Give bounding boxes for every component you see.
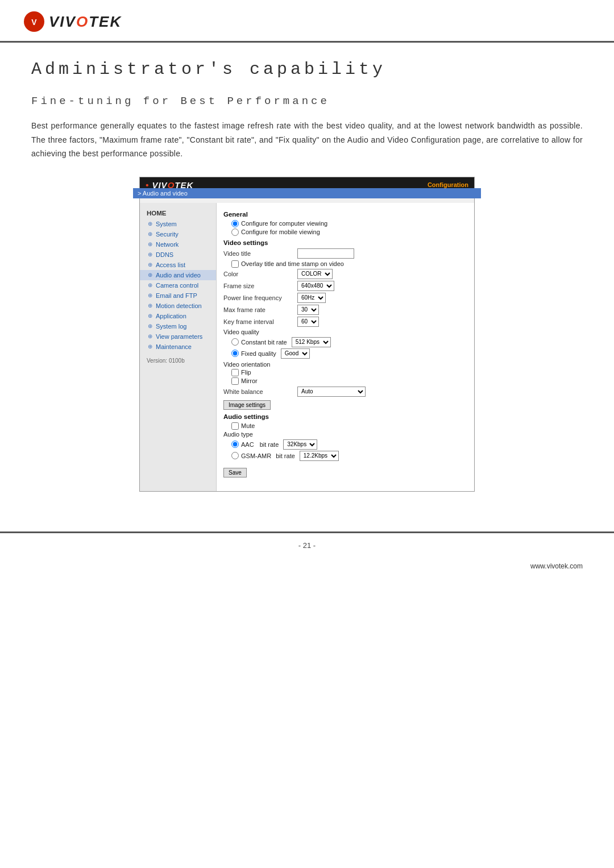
- vivotek-logo-icon: V: [23, 10, 45, 33]
- key-frame-row: Key frame interval 60: [223, 317, 467, 327]
- video-title-input[interactable]: [297, 248, 354, 259]
- overlay-checkbox[interactable]: [231, 260, 239, 268]
- sidebar-item-maintenance[interactable]: ⊕ Maintenance: [140, 342, 216, 352]
- sidebar-item-system[interactable]: ⊕ System: [140, 219, 216, 229]
- mirror-checkbox[interactable]: [231, 377, 239, 385]
- color-label: Color: [223, 271, 297, 277]
- sidebar-item-label: View parameters: [156, 333, 202, 340]
- gsm-bit-rate-label: bit rate: [276, 452, 295, 459]
- flip-checkbox[interactable]: [231, 369, 239, 376]
- sidebar-item-camera[interactable]: ⊕ Camera control: [140, 280, 216, 290]
- ui-screenshot-panel: • VIVOTEK Configuration > Audio and vide…: [139, 177, 475, 492]
- sidebar-item-view-params[interactable]: ⊕ View parameters: [140, 331, 216, 342]
- power-freq-select[interactable]: 60Hz: [297, 293, 326, 303]
- page-number: - 21 -: [298, 541, 316, 550]
- overlay-label: Overlay title and time stamp on video: [241, 260, 344, 267]
- aac-label: AAC: [241, 441, 254, 448]
- constant-bit-select[interactable]: 512 Kbps: [292, 337, 331, 347]
- max-frame-select[interactable]: 30: [297, 305, 319, 315]
- aac-bit-rate-label: bit rate: [260, 441, 279, 448]
- page-title: Administrator's capability: [31, 60, 583, 79]
- sidebar-item-label: Access list: [156, 261, 185, 268]
- sidebar-item-label: System log: [156, 323, 186, 330]
- color-select[interactable]: COLOR: [297, 269, 333, 279]
- description-text: Best performance generally equates to th…: [31, 119, 583, 161]
- sidebar-item-label: Application: [156, 313, 186, 319]
- bottom-bar: - 21 -: [0, 531, 614, 558]
- radio-computer-row: Configure for computer viewing: [223, 220, 467, 227]
- expand-icon: ⊕: [147, 313, 154, 319]
- sidebar-item-network[interactable]: ⊕ Network: [140, 239, 216, 250]
- sidebar-version: Version: 0100b: [140, 352, 216, 366]
- gsm-bit-rate-select[interactable]: 12.2Kbps: [300, 451, 339, 461]
- svg-text:V: V: [31, 18, 37, 27]
- mirror-label: Mirror: [241, 377, 258, 384]
- sidebar-item-motion[interactable]: ⊕ Motion detection: [140, 301, 216, 311]
- main-content: Administrator's capability Fine-tuning f…: [0, 43, 614, 509]
- video-title-row: Video title: [223, 248, 467, 259]
- expand-icon: ⊕: [147, 343, 154, 350]
- image-settings-button[interactable]: Image settings: [223, 400, 271, 410]
- sidebar-item-security[interactable]: ⊕ Security: [140, 229, 216, 239]
- max-frame-label: Max frame rate: [223, 306, 297, 313]
- radio-aac[interactable]: [231, 441, 239, 448]
- constant-bit-label: Constant bit rate: [241, 339, 287, 346]
- aac-bit-rate-select[interactable]: 32Kbps: [283, 439, 317, 450]
- website-url: www.vivotek.com: [530, 562, 583, 570]
- video-quality-label: Video quality: [223, 329, 467, 335]
- section-title: Fine-tuning for Best Performance: [31, 95, 583, 107]
- white-balance-select[interactable]: Auto: [297, 387, 366, 397]
- panel-body: HOME ⊕ System ⊕ Security ⊕ Network ⊕ DDN…: [140, 203, 474, 491]
- sidebar-item-audio-video[interactable]: ⊕ Audio and video: [140, 270, 216, 280]
- logo-brand: VIVOTEK: [49, 13, 122, 31]
- sidebar-item-label: Network: [156, 241, 179, 248]
- sidebar-item-label: DDNS: [156, 251, 173, 258]
- frame-size-select[interactable]: 640x480: [297, 281, 334, 291]
- key-frame-label: Key frame interval: [223, 318, 297, 325]
- footer-website: www.vivotek.com: [0, 558, 614, 576]
- expand-icon: ⊕: [147, 272, 154, 279]
- sidebar-item-application[interactable]: ⊕ Application: [140, 311, 216, 321]
- panel-breadcrumb: > Audio and video: [133, 188, 481, 198]
- expand-icon: ⊕: [147, 292, 154, 299]
- sidebar-item-access-list[interactable]: ⊕ Access list: [140, 260, 216, 270]
- sidebar-home[interactable]: HOME: [140, 207, 216, 219]
- aac-row: AAC bit rate 32Kbps: [223, 439, 467, 450]
- sidebar-item-label: Audio and video: [156, 272, 201, 279]
- sidebar-item-email-ftp[interactable]: ⊕ Email and FTP: [140, 290, 216, 301]
- white-balance-row: White balance Auto: [223, 387, 467, 397]
- expand-icon: ⊕: [147, 241, 154, 248]
- image-settings-row: Image settings: [223, 399, 467, 410]
- constant-bit-row: Constant bit rate 512 Kbps: [223, 337, 467, 347]
- sidebar-item-system-log[interactable]: ⊕ System log: [140, 321, 216, 331]
- sidebar-item-label: Email and FTP: [156, 292, 197, 299]
- radio-computer[interactable]: [231, 220, 239, 227]
- radio-gsm[interactable]: [231, 452, 239, 459]
- save-row: Save: [223, 467, 467, 477]
- content-area: General Configure for computer viewing C…: [217, 203, 474, 491]
- power-freq-row: Power line frequency 60Hz: [223, 293, 467, 303]
- save-button[interactable]: Save: [223, 468, 247, 477]
- expand-icon: ⊕: [147, 282, 154, 289]
- frame-size-row: Frame size 640x480: [223, 281, 467, 291]
- audio-type-label: Audio type: [223, 431, 467, 438]
- radio-fixed-quality[interactable]: [231, 350, 239, 357]
- radio-constant-bit[interactable]: [231, 338, 239, 346]
- general-label: General: [223, 211, 467, 218]
- frame-size-label: Frame size: [223, 283, 297, 289]
- color-row: Color COLOR: [223, 269, 467, 279]
- mute-checkbox[interactable]: [231, 422, 239, 430]
- radio-mobile-label: Configure for mobile viewing: [241, 229, 320, 235]
- key-frame-select[interactable]: 60: [297, 317, 319, 327]
- panel-config-label: Configuration: [428, 181, 468, 188]
- radio-mobile-row: Configure for mobile viewing: [223, 229, 467, 236]
- expand-icon: ⊕: [147, 302, 154, 309]
- sidebar-item-label: Motion detection: [156, 302, 202, 309]
- fixed-quality-select[interactable]: Good: [281, 348, 310, 359]
- gsm-row: GSM-AMR bit rate 12.2Kbps: [223, 451, 467, 461]
- radio-mobile[interactable]: [231, 229, 239, 236]
- panel-logo-text: • VIVOTEK: [146, 180, 193, 190]
- white-balance-label: White balance: [223, 388, 297, 395]
- sidebar-item-ddns[interactable]: ⊕ DDNS: [140, 250, 216, 260]
- gsm-label: GSM-AMR: [241, 452, 271, 459]
